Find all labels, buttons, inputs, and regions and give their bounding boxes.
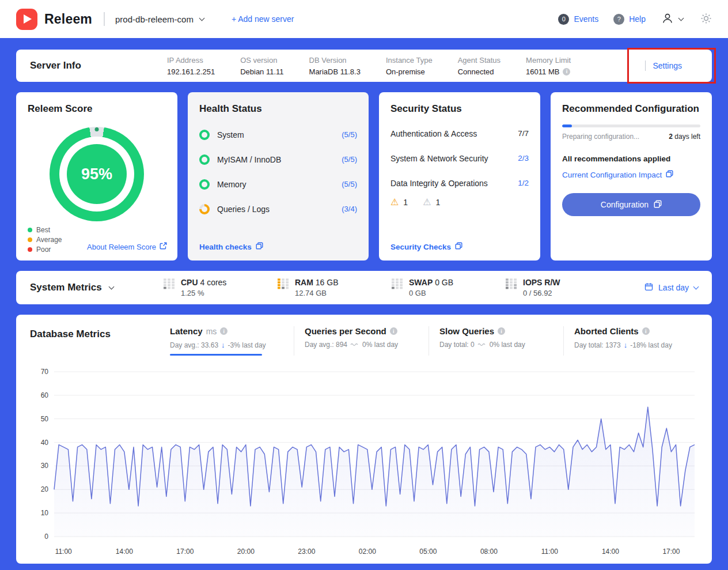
external-link-icon — [160, 242, 167, 251]
system-metrics-toggle[interactable]: System Metrics — [30, 282, 164, 293]
window-icon — [455, 242, 462, 251]
status-cards-row: Releem Score 95% Best Average Poor — [16, 92, 712, 261]
info-icon[interactable]: i — [220, 327, 227, 335]
active-tab-underline — [170, 354, 262, 356]
progress-caption-row: Preparing configuration... 2 days left — [562, 133, 700, 141]
score-donut-chart: 95% — [50, 127, 144, 221]
field-db-version: DB Version MariaDB 11.8.3 — [309, 56, 361, 76]
events-label: Events — [574, 14, 598, 24]
info-icon[interactable]: i — [498, 327, 505, 335]
trend-flat-icon — [350, 341, 359, 349]
score-legend: Best Average Poor — [28, 224, 62, 254]
chevron-down-icon — [199, 15, 204, 21]
brand-name: Releem — [44, 12, 92, 27]
svg-text:05:00: 05:00 — [419, 548, 437, 556]
health-checks-link[interactable]: Health checks — [199, 242, 263, 251]
settings-label: Settings — [653, 61, 682, 70]
green-dot-icon — [28, 228, 32, 232]
current-configuration-impact-link[interactable]: Current Configuration Impact — [562, 170, 700, 179]
orange-dot-icon — [28, 237, 32, 242]
status-ring-good-icon — [199, 154, 210, 165]
security-item-data-integrity: Data Integrity & Operations 1/2 — [390, 171, 529, 195]
divider — [645, 61, 646, 71]
metric-ram: RAM 16 GB 12.74 GB — [278, 278, 392, 297]
releem-score-card: Releem Score 95% Best Average Poor — [16, 92, 177, 261]
settings-link[interactable]: Settings — [645, 61, 712, 71]
metric-tabs: Latency ms i Day avg.: 33.63 ↓ -3% last … — [170, 326, 698, 356]
svg-text:30: 30 — [41, 462, 49, 470]
info-icon[interactable]: i — [390, 327, 397, 335]
field-memory-limit: Memory Limit 16011 MB i — [526, 56, 571, 76]
line-chart-svg: 01020304050607011:0014:0017:0020:0023:00… — [30, 365, 698, 558]
card-title: Releem Score — [28, 103, 166, 115]
security-checks-link[interactable]: Security Checks — [390, 242, 462, 251]
notice-triangle-icon: ⚠ — [423, 198, 431, 207]
account-menu[interactable] — [661, 12, 683, 27]
calendar-icon — [644, 282, 653, 293]
field-agent-status: Agent Status Connected — [458, 56, 500, 76]
tab-latency[interactable]: Latency ms i Day avg.: 33.63 ↓ -3% last … — [170, 326, 294, 356]
trend-down-icon: ↓ — [221, 341, 225, 349]
svg-text:10: 10 — [41, 509, 49, 517]
security-checks-list: Authentication & Access 7/7 System & Net… — [390, 121, 529, 195]
help-icon: ? — [613, 14, 624, 25]
svg-text:08:00: 08:00 — [480, 548, 498, 556]
period-selector[interactable]: Last day — [644, 282, 698, 293]
svg-text:20:00: 20:00 — [237, 548, 255, 556]
card-title: Security Status — [390, 103, 529, 115]
releem-logo-icon[interactable] — [16, 9, 37, 30]
configuration-progress-bar — [562, 124, 700, 127]
navbar-right: 0 Events ? Help — [558, 12, 712, 27]
health-item-myisam-innodb: MyISAM / InnoDB (5/5) — [199, 147, 357, 172]
info-icon[interactable]: i — [642, 327, 650, 335]
red-dot-icon — [28, 247, 32, 252]
configuration-button[interactable]: Configuration — [562, 193, 700, 216]
chevron-down-icon — [108, 284, 114, 289]
recommendations-applied-text: All recommendations applied — [562, 154, 700, 163]
days-left-text: 2 days left — [669, 133, 700, 141]
trend-flat-icon — [477, 341, 487, 349]
server-selector[interactable]: prod-db-releem-com — [115, 14, 204, 24]
recommended-configuration-card: Recommended Configuration Preparing conf… — [551, 92, 712, 261]
chevron-down-icon — [678, 15, 684, 21]
progress-fill — [562, 124, 572, 127]
about-releem-score-link[interactable]: About Releem Score — [87, 242, 167, 251]
warning-count-orange: ⚠ 1 — [390, 198, 408, 207]
metric-swap: SWAP 0 GB 0 GB — [392, 278, 506, 297]
svg-text:50: 50 — [41, 415, 49, 423]
theme-toggle-button[interactable] — [700, 13, 712, 26]
tab-queries-per-second[interactable]: Queries per Second i Day avg.: 894 0% la… — [294, 326, 429, 356]
chevron-down-icon — [693, 284, 699, 289]
health-item-memory: Memory (5/5) — [199, 172, 357, 197]
help-button[interactable]: ? Help — [613, 14, 646, 25]
user-avatar-icon — [661, 12, 674, 27]
score-value: 95% — [67, 144, 127, 204]
info-icon[interactable]: i — [563, 68, 570, 76]
latency-chart[interactable]: 01020304050607011:0014:0017:0020:0023:00… — [30, 365, 698, 561]
tab-aborted-clients[interactable]: Aborted Clients i Day total: 1373 ↓ -18%… — [563, 326, 698, 356]
metric-iops: IOPS R/W 0 / 56.92 — [506, 278, 620, 297]
server-info-fields: IP Address 192.161.2.251 OS version Debi… — [167, 56, 645, 76]
gauge-icon — [278, 278, 289, 289]
events-button[interactable]: 0 Events — [558, 14, 598, 25]
svg-text:17:00: 17:00 — [176, 548, 194, 556]
database-metrics-card: Database Metrics Latency ms i Day avg.: … — [16, 315, 712, 564]
field-ip-address: IP Address 192.161.2.251 — [167, 56, 215, 76]
card-title: Database Metrics — [30, 326, 170, 356]
svg-text:20: 20 — [41, 485, 49, 493]
field-os-version: OS version Debian 11.11 — [240, 56, 283, 76]
card-title: Recommended Configuration — [562, 103, 700, 115]
window-icon — [666, 170, 673, 179]
svg-text:40: 40 — [41, 439, 49, 447]
health-item-system: System (5/5) — [199, 122, 357, 147]
tab-slow-queries[interactable]: Slow Queries i Day total: 0 0% last day — [429, 326, 563, 356]
svg-text:17:00: 17:00 — [662, 548, 680, 556]
system-metrics-bar: System Metrics CPU 4 cores 1.25 % RAM 16… — [16, 271, 712, 304]
server-info-bar: Server Info IP Address 192.161.2.251 OS … — [16, 50, 712, 82]
metric-cpu: CPU 4 cores 1.25 % — [164, 278, 278, 297]
help-label: Help — [629, 14, 646, 24]
security-status-card: Security Status Authentication & Access … — [379, 92, 540, 261]
add-server-link[interactable]: + Add new server — [232, 14, 294, 24]
security-item-network: System & Network Security 2/3 — [390, 146, 529, 171]
donut-gap-dot — [95, 127, 99, 131]
